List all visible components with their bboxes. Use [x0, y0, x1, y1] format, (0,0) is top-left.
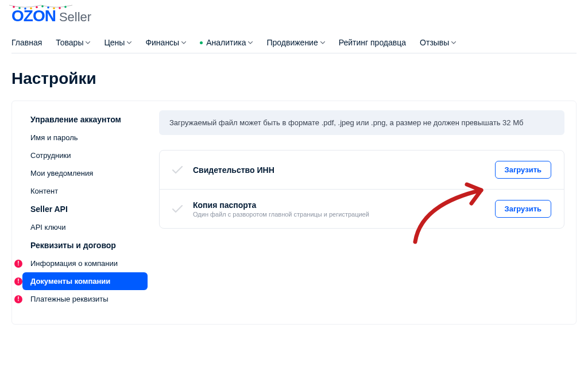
settings-main: Загружаемый файл может быть в формате .p… [153, 110, 576, 308]
nav-main-label: Главная [11, 38, 42, 47]
sidebar-item-company-docs[interactable]: Документы компании [22, 272, 148, 290]
sidebar-item-payment-details[interactable]: Платежные реквизиты [22, 290, 148, 308]
svg-point-9 [64, 6, 67, 8]
warning-icon [14, 260, 22, 268]
upload-row-inn: Свидетельство ИНН Загрузить [160, 151, 564, 189]
nav-promotion[interactable]: Продвижение [266, 38, 324, 47]
warning-icon [14, 277, 22, 286]
nav-analytics[interactable]: Аналитика [200, 38, 253, 47]
nav-seller-rating-label: Рейтинг продавца [339, 38, 406, 47]
nav-products[interactable]: Товары [56, 38, 90, 47]
info-banner: Загружаемый файл может быть в формате .p… [159, 110, 564, 135]
upload-card: Свидетельство ИНН Загрузить Копия паспор… [159, 150, 564, 229]
top-nav: Главная Товары Цены Финансы Аналитика Пр… [11, 32, 577, 53]
sidebar-section-seller-api: Seller API [22, 200, 148, 218]
nav-seller-rating[interactable]: Рейтинг продавца [339, 38, 406, 47]
indicator-dot-icon [200, 41, 203, 44]
upload-subtitle-passport: Один файл с разворотом главной страницы … [193, 211, 485, 218]
svg-point-8 [59, 7, 61, 9]
sidebar-item-content[interactable]: Контент [22, 182, 148, 200]
nav-finance-label: Финансы [145, 38, 179, 47]
upload-button-inn[interactable]: Загрузить [495, 161, 551, 179]
chevron-down-icon [248, 41, 253, 44]
nav-promotion-label: Продвижение [266, 38, 318, 47]
upload-title-inn: Свидетельство ИНН [193, 165, 485, 175]
sidebar-section-requisites: Реквизиты и договор [22, 236, 148, 254]
nav-reviews-label: Отзывы [420, 38, 449, 47]
sidebar-item-login-password[interactable]: Имя и пароль [22, 129, 148, 146]
chevron-down-icon [181, 41, 186, 44]
sidebar-item-api-keys[interactable]: API ключи [22, 218, 148, 236]
sidebar-item-company-info[interactable]: Информация о компании [22, 254, 148, 272]
nav-main[interactable]: Главная [11, 38, 42, 47]
logo[interactable]: OZON Seller [11, 7, 577, 25]
warning-icon [14, 295, 22, 303]
upload-title-passport: Копия паспорта [193, 200, 485, 210]
nav-analytics-label: Аналитика [206, 38, 246, 47]
upload-row-passport: Копия паспорта Один файл с разворотом гл… [160, 189, 564, 228]
chevron-down-icon [451, 41, 456, 44]
chevron-down-icon [320, 41, 325, 44]
check-icon [172, 166, 183, 174]
sidebar-item-employees[interactable]: Сотрудники [22, 146, 148, 164]
chevron-down-icon [127, 41, 131, 44]
nav-finance[interactable]: Финансы [145, 38, 186, 47]
settings-panel: Управление аккаунтом Имя и пароль Сотруд… [11, 101, 577, 325]
upload-button-passport[interactable]: Загрузить [495, 200, 551, 218]
nav-reviews[interactable]: Отзывы [420, 38, 456, 47]
sidebar-section-account: Управление аккаунтом [22, 110, 148, 129]
settings-sidebar: Управление аккаунтом Имя и пароль Сотруд… [12, 110, 153, 308]
nav-prices[interactable]: Цены [104, 38, 131, 47]
nav-products-label: Товары [56, 38, 83, 47]
check-icon [172, 205, 183, 213]
logo-ozon: OZON [11, 7, 56, 25]
sidebar-item-notifications[interactable]: Мои уведомления [22, 164, 148, 182]
nav-prices-label: Цены [104, 38, 125, 47]
page-title: Настройки [0, 53, 588, 101]
logo-seller: Seller [59, 10, 91, 25]
chevron-down-icon [86, 41, 90, 44]
